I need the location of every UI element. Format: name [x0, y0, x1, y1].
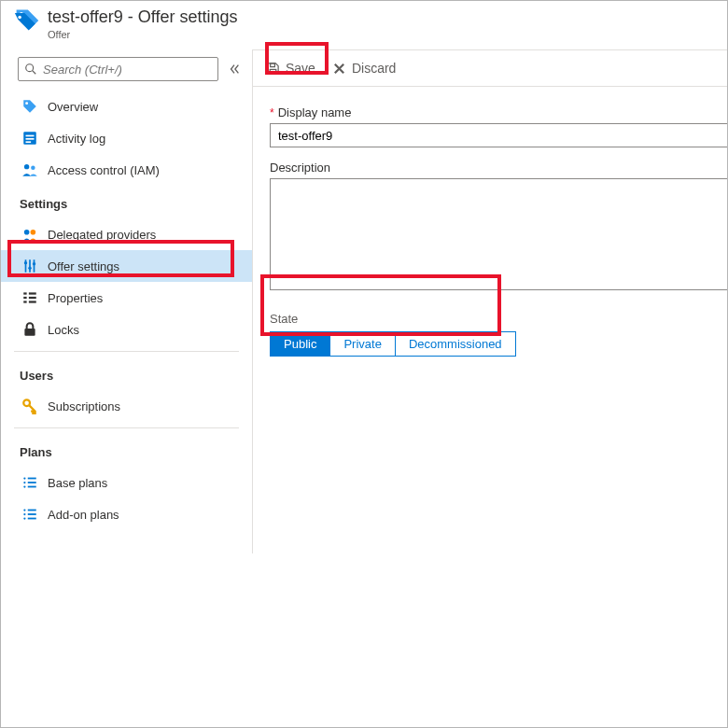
toolbar: Save Discard — [253, 49, 727, 87]
blade-header: test-offer9 - Offer settings Offer — [1, 1, 727, 49]
state-option-private[interactable]: Private — [330, 332, 395, 356]
svg-point-16 — [24, 261, 27, 264]
sidebar-section-users: Users — [1, 357, 252, 390]
sidebar-item-label: Properties — [48, 291, 103, 305]
sidebar-item-label: Locks — [48, 323, 79, 337]
sidebar-item-label: Activity log — [48, 132, 105, 146]
sidebar-item-overview[interactable]: Overview — [1, 91, 252, 122]
svg-rect-32 — [28, 486, 36, 488]
svg-rect-34 — [28, 510, 36, 511]
svg-point-17 — [28, 267, 31, 270]
svg-rect-28 — [28, 478, 36, 480]
svg-rect-23 — [23, 301, 26, 302]
svg-point-4 — [25, 102, 28, 105]
svg-rect-19 — [23, 292, 26, 294]
blade-subtitle: Offer — [48, 29, 237, 40]
people-icon — [21, 161, 38, 178]
sidebar-item-properties[interactable]: Properties — [1, 282, 252, 314]
required-indicator: * — [270, 106, 274, 119]
svg-point-18 — [33, 262, 35, 265]
svg-point-35 — [23, 513, 25, 515]
divider — [14, 351, 239, 352]
list-icon — [21, 474, 38, 491]
state-option-public[interactable]: Public — [271, 332, 330, 356]
discard-label: Discard — [352, 61, 396, 76]
svg-rect-40 — [270, 69, 276, 74]
svg-point-37 — [23, 517, 25, 519]
search-input[interactable] — [18, 57, 218, 81]
svg-rect-25 — [24, 329, 35, 336]
svg-rect-20 — [29, 292, 36, 294]
svg-rect-39 — [271, 63, 275, 66]
display-name-label: * Display name — [270, 105, 727, 119]
svg-rect-8 — [26, 141, 32, 143]
close-icon — [332, 62, 346, 76]
svg-point-31 — [23, 485, 25, 487]
sidebar-item-subscriptions[interactable]: Subscriptions — [1, 390, 252, 422]
content-panel: Save Discard * Display name Description … — [253, 49, 727, 728]
svg-point-12 — [31, 230, 36, 235]
sidebar-section-plans: Plans — [1, 434, 252, 467]
svg-rect-30 — [28, 482, 36, 483]
description-label: Description — [270, 161, 727, 175]
list-icon — [21, 506, 38, 523]
sidebar: Overview Activity log Access control (IA… — [1, 49, 253, 553]
sidebar-item-addon-plans[interactable]: Add-on plans — [1, 498, 252, 530]
blade-title: test-offer9 - Offer settings — [48, 7, 237, 27]
tag-icon — [21, 98, 38, 115]
svg-rect-6 — [26, 135, 35, 137]
svg-rect-24 — [29, 301, 36, 302]
svg-rect-36 — [28, 513, 36, 515]
svg-line-3 — [33, 71, 36, 75]
state-option-decommissioned[interactable]: Decommissioned — [396, 332, 515, 356]
sidebar-item-locks[interactable]: Locks — [1, 314, 252, 345]
sidebar-item-label: Base plans — [48, 476, 107, 490]
divider — [14, 427, 239, 428]
sliders-icon — [21, 258, 38, 274]
sidebar-item-access-control[interactable]: Access control (IAM) — [1, 154, 252, 186]
sidebar-item-label: Offer settings — [48, 259, 119, 273]
properties-icon — [21, 289, 38, 306]
sidebar-section-settings: Settings — [1, 186, 252, 218]
svg-rect-38 — [28, 518, 36, 520]
sidebar-item-label: Delegated providers — [48, 228, 156, 242]
state-segmented-control: Public Private Decommissioned — [270, 331, 516, 357]
sidebar-item-offer-settings[interactable]: Offer settings — [1, 250, 252, 282]
sidebar-item-label: Access control (IAM) — [48, 163, 160, 177]
svg-point-29 — [23, 482, 25, 483]
svg-point-10 — [31, 166, 35, 171]
discard-button[interactable]: Discard — [332, 50, 396, 86]
svg-point-11 — [24, 230, 30, 235]
sidebar-item-label: Subscriptions — [48, 399, 120, 413]
save-button[interactable]: Save — [266, 50, 315, 86]
svg-rect-22 — [29, 297, 36, 299]
sidebar-item-base-plans[interactable]: Base plans — [1, 467, 252, 498]
search-field[interactable] — [43, 63, 212, 77]
sidebar-item-activity-log[interactable]: Activity log — [1, 122, 252, 154]
lock-icon — [21, 321, 38, 338]
state-label: State — [270, 312, 727, 326]
description-input[interactable] — [270, 178, 727, 290]
svg-rect-7 — [26, 138, 35, 140]
sidebar-item-label: Add-on plans — [48, 508, 119, 522]
save-label: Save — [286, 61, 315, 76]
collapse-sidebar-icon[interactable] — [228, 63, 241, 76]
key-icon — [21, 398, 38, 414]
offer-tag-icon — [14, 7, 40, 33]
providers-icon — [21, 226, 38, 243]
display-name-input[interactable] — [270, 123, 727, 147]
svg-point-9 — [24, 164, 29, 169]
sidebar-item-delegated-providers[interactable]: Delegated providers — [1, 218, 252, 250]
svg-point-27 — [23, 477, 25, 479]
svg-point-33 — [23, 509, 25, 511]
svg-rect-21 — [23, 297, 26, 299]
activity-log-icon — [21, 130, 38, 147]
search-icon — [24, 63, 43, 76]
save-icon — [266, 62, 280, 76]
svg-point-1 — [18, 16, 21, 20]
svg-point-2 — [26, 64, 34, 72]
sidebar-item-label: Overview — [48, 100, 98, 114]
